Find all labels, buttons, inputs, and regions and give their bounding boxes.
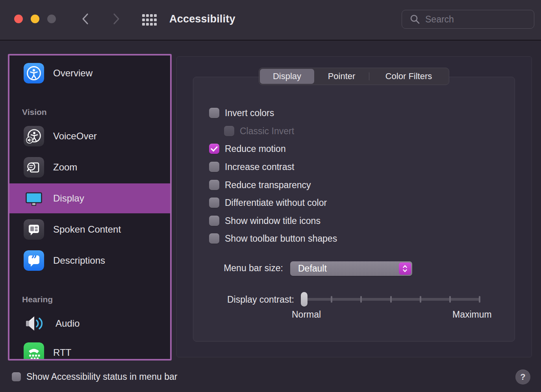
sidebar-item-zoom[interactable]: Zoom (9, 152, 170, 182)
chevron-right-icon (111, 12, 121, 26)
checkbox-reduce-transparency[interactable]: Reduce transparency (209, 179, 311, 191)
close-window-button[interactable] (14, 15, 23, 23)
search-icon (410, 14, 420, 24)
menu-bar-size-label: Menu bar size: (203, 263, 283, 274)
checkbox-icon[interactable] (209, 216, 219, 226)
tab-pointer[interactable]: Pointer (314, 69, 369, 84)
checkbox-icon[interactable] (209, 198, 219, 208)
footer-checkbox-label: Show Accessibility status in menu bar (26, 372, 178, 382)
tab-display[interactable]: Display (260, 69, 314, 84)
rtt-icon (24, 342, 44, 361)
sidebar-item-overview[interactable]: Overview (9, 58, 170, 88)
help-button[interactable]: ? (515, 370, 530, 385)
sidebar-item-voiceover[interactable]: VoiceOver (9, 121, 170, 151)
slider-tick (449, 296, 451, 303)
sidebar-section-vision: Vision (22, 107, 47, 117)
checkbox-reduce-motion[interactable]: Reduce motion (209, 143, 286, 155)
slider-min-label: Normal (292, 309, 321, 320)
checkbox-icon[interactable] (209, 233, 219, 244)
sidebar-item-label: VoiceOver (53, 131, 97, 142)
slider-max-label: Maximum (452, 309, 492, 320)
slider-tick (331, 296, 332, 303)
sidebar-item-audio[interactable]: Audio (9, 309, 170, 338)
popup-value: Default (298, 263, 327, 274)
search-input[interactable]: Search (402, 10, 534, 29)
sidebar-section-hearing: Hearing (22, 295, 53, 304)
sidebar-item-label: Spoken Content (53, 224, 121, 235)
tab-color-filters[interactable]: Color Filters (369, 69, 448, 84)
checkbox-label: Show toolbar button shapes (225, 233, 337, 244)
display-contrast-label: Display contrast: (203, 294, 294, 305)
title-bar: Accessibility Search (0, 0, 541, 41)
checkbox-icon (224, 126, 234, 136)
chevron-left-icon (80, 12, 91, 26)
sidebar-item-descriptions[interactable]: ” Descriptions (9, 246, 170, 276)
sidebar-item-spoken-content[interactable]: Spoken Content (9, 214, 170, 244)
page-title: Accessibility (169, 13, 235, 25)
checkbox-icon[interactable] (209, 180, 219, 190)
slider-tick (360, 296, 362, 303)
checkbox-label: Differentiate without color (225, 198, 327, 208)
slider-tick (390, 296, 392, 303)
checkbox-label: Invert colors (225, 108, 274, 118)
slider-thumb[interactable] (301, 292, 308, 307)
sidebar-item-label: Overview (53, 68, 93, 79)
slider-tick (479, 296, 480, 303)
checkbox-differentiate-without-color[interactable]: Differentiate without color (209, 197, 327, 209)
checkbox-show-toolbar-button-shapes[interactable]: Show toolbar button shapes (209, 233, 337, 244)
sidebar-item-rtt[interactable]: RTT (9, 338, 170, 361)
sidebar-item-label: RTT (53, 347, 71, 358)
menu-bar-size-popup[interactable]: Default (290, 261, 412, 276)
popup-stepper (399, 263, 411, 275)
forward-button[interactable] (109, 12, 123, 26)
zoom-window-button (47, 15, 56, 23)
checkbox-label: Reduce transparency (225, 180, 311, 190)
back-button[interactable] (78, 12, 93, 26)
checkbox-icon[interactable] (209, 162, 219, 172)
display-contrast-slider[interactable] (301, 292, 480, 307)
checkbox-show-window-title-icons[interactable]: Show window title icons (209, 215, 321, 227)
checkbox-label: Reduce motion (225, 144, 286, 154)
accessibility-overview-icon (24, 63, 44, 83)
voiceover-icon (24, 126, 44, 146)
sidebar-item-label: Audio (56, 318, 80, 329)
chevron-up-down-icon (402, 264, 408, 273)
checkbox-label: Increase contrast (225, 162, 294, 172)
checkbox-invert-colors[interactable]: Invert colors (209, 107, 274, 119)
sidebar-item-label: Display (53, 193, 84, 204)
show-all-preferences-button[interactable] (141, 11, 158, 29)
display-icon (24, 188, 44, 209)
checkbox-increase-contrast[interactable]: Increase contrast (209, 161, 294, 173)
descriptions-icon: ” (24, 250, 44, 271)
search-placeholder: Search (425, 14, 454, 25)
slider-tick (420, 296, 421, 303)
checkbox-icon[interactable] (209, 108, 219, 118)
spoken-content-icon (24, 219, 44, 240)
minimize-window-button[interactable] (31, 15, 39, 23)
grid-icon (142, 14, 157, 26)
checkbox-label: Show window title icons (225, 216, 321, 226)
sidebar-item-label: Descriptions (53, 255, 105, 266)
audio-icon (24, 313, 46, 334)
zoom-icon (24, 157, 44, 178)
tab-bar: Display Pointer Color Filters (259, 68, 449, 85)
sidebar-item-label: Zoom (53, 162, 77, 173)
checkbox-icon[interactable] (12, 372, 21, 381)
sidebar: Overview Vision VoiceOver (8, 54, 172, 361)
footer-status-checkbox-row[interactable]: Show Accessibility status in menu bar (12, 372, 178, 382)
sidebar-item-display[interactable]: Display (9, 183, 170, 213)
checkbox-label: Classic Invert (240, 126, 294, 137)
checkbox-classic-invert: Classic Invert (224, 125, 294, 137)
checkbox-icon-checked[interactable] (209, 144, 219, 154)
svg-text:”: ” (31, 253, 37, 265)
